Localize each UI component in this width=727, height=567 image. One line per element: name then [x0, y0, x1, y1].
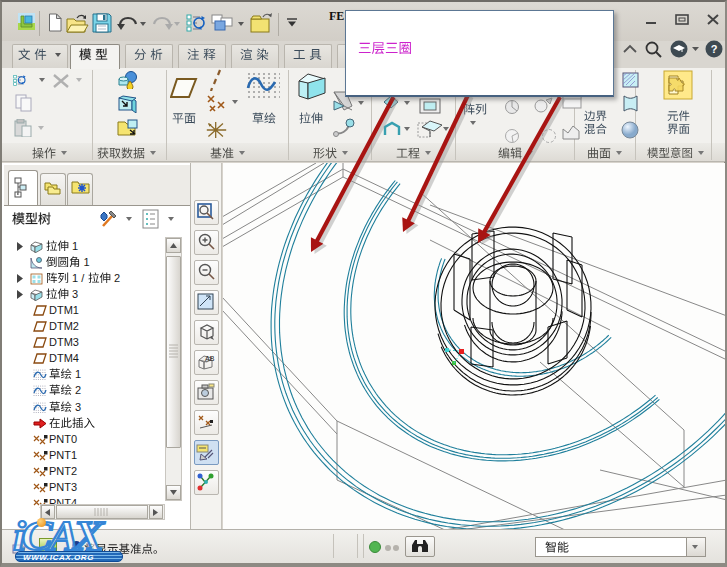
svg-text:AB: AB: [205, 355, 215, 362]
svg-text:?: ?: [711, 43, 718, 55]
